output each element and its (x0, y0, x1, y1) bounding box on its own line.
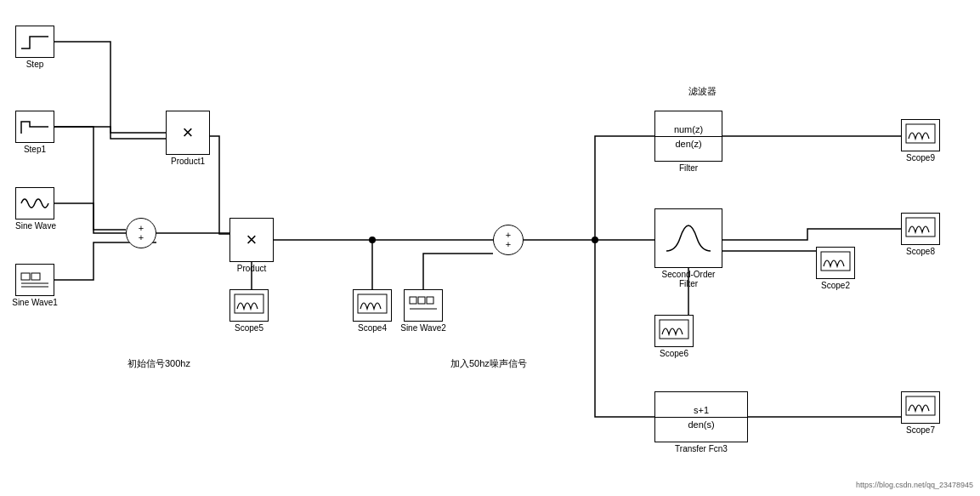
scope8-block (901, 213, 940, 245)
svg-rect-7 (418, 297, 425, 304)
second-order-filter-block (654, 208, 722, 268)
svg-rect-8 (427, 297, 433, 304)
transfer-fcn3-block: s+1 den(s) (654, 391, 748, 442)
svg-rect-6 (410, 297, 416, 304)
sine-wave2-label: Sine Wave2 (397, 323, 450, 333)
transfer-fcn3-label: Transfer Fcn3 (654, 444, 748, 453)
sum2-block: ++ (493, 225, 524, 255)
product1-block: × (166, 111, 210, 155)
sine-wave-block (15, 187, 54, 219)
step1-block (15, 111, 54, 143)
step-block (15, 26, 54, 58)
sine-wave-label: Sine Wave (15, 221, 54, 231)
product1-label: Product1 (166, 157, 210, 166)
second-order-filter-label: Second-OrderFilter (648, 270, 729, 288)
scope9-label: Scope9 (901, 153, 940, 162)
scope7-label: Scope7 (901, 425, 940, 435)
scope8-label: Scope8 (901, 247, 940, 256)
watermark: https://blog.csdn.net/qq_23478945 (856, 481, 973, 489)
scope9-block (901, 119, 940, 151)
step1-label: Step1 (15, 145, 54, 154)
scope2-block (816, 247, 855, 279)
scope4-block (353, 289, 392, 322)
noise-signal-annotation: 加入50hz噪声信号 (450, 357, 527, 370)
filter-block: num(z) den(z) (654, 111, 722, 162)
scope5-label: Scope5 (229, 323, 269, 333)
product-block: × (229, 218, 274, 262)
sum1-block: ++ (126, 218, 156, 248)
product-label: Product (229, 264, 274, 273)
scope5-block (229, 289, 269, 322)
step-label: Step (15, 60, 54, 69)
svg-point-1 (369, 237, 376, 243)
scope2-label: Scope2 (816, 281, 855, 290)
filter-label: Filter (654, 163, 722, 173)
sine-wave1-label: Sine Wave1 (10, 298, 59, 307)
sine-wave1-block (15, 264, 54, 296)
scope6-block (654, 315, 694, 347)
svg-rect-10 (664, 218, 713, 259)
svg-rect-3 (31, 273, 40, 280)
scope4-label: Scope4 (353, 323, 392, 333)
filter-group-annotation: 滤波器 (688, 85, 717, 98)
scope7-block (901, 391, 940, 424)
sine-wave2-block (404, 289, 443, 322)
svg-point-0 (592, 237, 598, 243)
svg-rect-2 (21, 273, 30, 280)
scope6-label: Scope6 (654, 349, 694, 358)
initial-signal-annotation: 初始信号300hz (127, 357, 190, 370)
